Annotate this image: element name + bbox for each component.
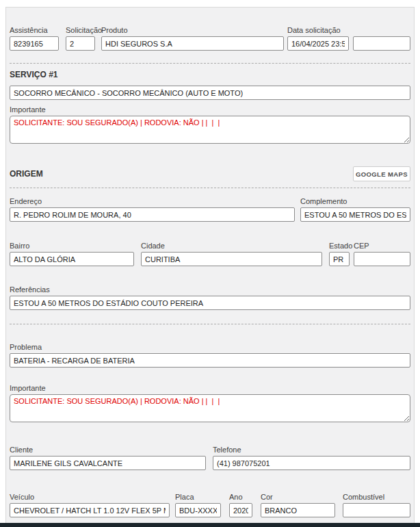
cep-input[interactable] xyxy=(354,252,410,266)
field-data-solicitacao-extra xyxy=(353,36,410,51)
field-cidade: Cidade xyxy=(141,242,322,266)
field-telefone: Telefone xyxy=(213,446,410,470)
bairro-input[interactable] xyxy=(10,252,134,266)
data-solicitacao-extra-input[interactable] xyxy=(353,36,410,51)
estado-label: Estado xyxy=(329,242,350,250)
estado-input[interactable] xyxy=(329,252,350,266)
complemento-label: Complemento xyxy=(300,197,410,205)
cidade-label: Cidade xyxy=(141,242,322,250)
field-endereco: Endereço xyxy=(10,197,295,222)
separator xyxy=(10,324,410,324)
bairro-label: Bairro xyxy=(10,242,134,250)
bottom-bar xyxy=(0,523,420,527)
cep-label: CEP xyxy=(354,242,410,250)
field-problema: Problema xyxy=(10,343,410,368)
telefone-label: Telefone xyxy=(213,446,410,454)
field-referencias: Referências xyxy=(10,285,410,310)
google-maps-button[interactable]: GOOGLE MAPS xyxy=(353,166,410,181)
field-veiculo: Veículo xyxy=(10,493,170,517)
solicitacao-label: Solicitação xyxy=(66,26,95,34)
field-assistencia: Assistência xyxy=(10,26,59,51)
field-produto: Produto xyxy=(101,26,284,51)
importante-problema-textarea[interactable]: SOLICITANTE: SOU SEGURADO(A) | RODOVIA: … xyxy=(10,394,410,422)
service-row xyxy=(10,86,410,100)
cor-label: Cor xyxy=(261,493,335,501)
telefone-input[interactable] xyxy=(213,456,410,470)
cor-input[interactable] xyxy=(261,503,335,517)
data-solicitacao-input[interactable] xyxy=(287,36,349,51)
ano-input[interactable] xyxy=(229,503,252,517)
placa-input[interactable] xyxy=(175,503,221,517)
field-ano: Ano xyxy=(229,493,252,517)
field-estado: Estado xyxy=(329,242,350,266)
importante-problema-label: Importante xyxy=(10,384,410,392)
assistencia-input[interactable] xyxy=(10,36,59,51)
placa-label: Placa xyxy=(175,493,221,501)
separator xyxy=(10,63,410,64)
problema-input[interactable] xyxy=(10,353,410,368)
produto-input[interactable] xyxy=(101,36,284,51)
cliente-input[interactable] xyxy=(10,456,206,470)
field-placa: Placa xyxy=(175,493,221,517)
importante-servico-textarea[interactable]: SOLICITANTE: SOU SEGURADO(A) | RODOVIA: … xyxy=(10,116,410,144)
ano-label: Ano xyxy=(229,493,252,501)
produto-label: Produto xyxy=(101,26,284,34)
combustivel-label: Combustível xyxy=(343,493,410,501)
field-bairro: Bairro xyxy=(10,242,134,266)
references-row: Referências xyxy=(10,285,410,310)
problem-row: Problema xyxy=(10,343,410,368)
cidade-input[interactable] xyxy=(141,252,322,266)
field-cor: Cor xyxy=(261,493,335,517)
separator xyxy=(10,188,410,188)
field-complemento: Complemento xyxy=(300,197,410,222)
veiculo-input[interactable] xyxy=(10,503,170,517)
service-order-panel: Assistência Solicitação Produto Data sol… xyxy=(5,7,415,523)
field-cep: CEP xyxy=(354,242,410,266)
combustivel-input[interactable] xyxy=(343,503,410,517)
address-row: Endereço Complemento xyxy=(10,197,410,222)
client-row: Cliente Telefone xyxy=(10,446,410,470)
field-importante-problema: Importante SOLICITANTE: SOU SEGURADO(A) … xyxy=(10,384,410,422)
origin-header-row: ORIGEM GOOGLE MAPS xyxy=(10,166,410,181)
endereco-label: Endereço xyxy=(10,197,295,205)
importante-servico-label: Importante xyxy=(10,105,410,114)
veiculo-label: Veículo xyxy=(10,493,170,501)
service-heading: SERVIÇO #1 xyxy=(10,70,410,79)
field-servico xyxy=(10,86,410,100)
data-solicitacao-label: Data solicitação xyxy=(287,26,349,34)
vehicle-row: Veículo Placa Ano Cor Combustível xyxy=(10,493,410,517)
field-solicitacao: Solicitação xyxy=(66,26,95,51)
cliente-label: Cliente xyxy=(10,446,206,454)
referencias-input[interactable] xyxy=(10,296,410,310)
endereco-input[interactable] xyxy=(10,207,295,222)
problema-label: Problema xyxy=(10,343,410,351)
assistencia-label: Assistência xyxy=(10,26,59,34)
servico-input[interactable] xyxy=(10,86,410,100)
field-combustivel: Combustível xyxy=(343,493,410,517)
field-importante-servico: Importante SOLICITANTE: SOU SEGURADO(A) … xyxy=(10,105,410,144)
referencias-label: Referências xyxy=(10,285,410,294)
complemento-input[interactable] xyxy=(300,207,410,222)
field-cliente: Cliente xyxy=(10,446,206,470)
field-data-solicitacao: Data solicitação xyxy=(287,26,349,51)
origin-heading: ORIGEM xyxy=(10,169,43,179)
district-row: Bairro Cidade Estado CEP xyxy=(10,242,410,266)
solicitacao-input[interactable] xyxy=(66,36,95,51)
summary-row: Assistência Solicitação Produto Data sol… xyxy=(10,26,410,51)
